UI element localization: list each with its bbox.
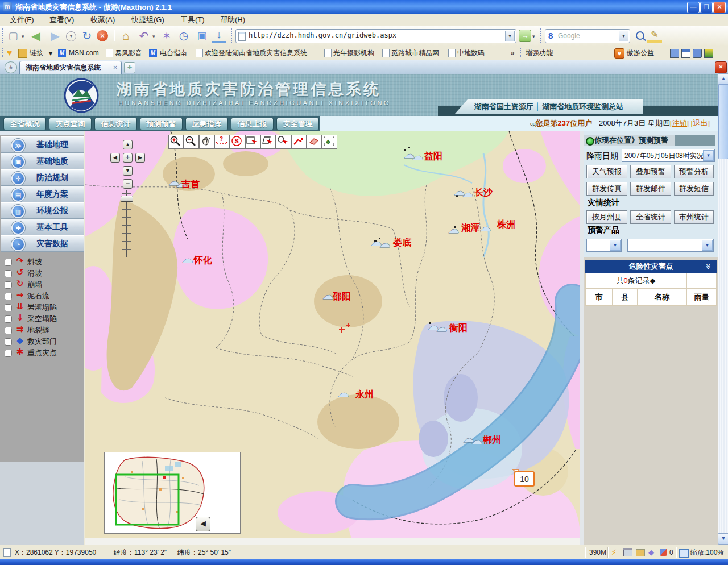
- download-icon[interactable]: ↓: [212, 30, 226, 43]
- map-full-extent-button[interactable]: ♣: [322, 135, 337, 149]
- toolbar-grip[interactable]: [2, 28, 3, 43]
- layer-checkbox-rescue[interactable]: [5, 338, 12, 346]
- map-select-rect-button[interactable]: [245, 135, 260, 149]
- map-scale-button[interactable]: S: [230, 135, 245, 149]
- refresh-icon[interactable]: ↻: [80, 28, 94, 43]
- nav-overview[interactable]: 全省概况: [3, 118, 46, 130]
- map-eraser-button[interactable]: [307, 135, 322, 149]
- scroll-up-icon[interactable]: ▲: [718, 73, 728, 85]
- folder-icon[interactable]: [636, 549, 645, 556]
- address-bar[interactable]: http://dzzh.hndh.gov.cn/gridweb.aspx ▾: [235, 29, 516, 43]
- layer-checkbox-debris-flow[interactable]: [5, 293, 12, 300]
- layer-checkbox-landslide[interactable]: [5, 270, 12, 277]
- maxthon-charity-icon[interactable]: ♥: [614, 48, 624, 59]
- nav-forecast-warning[interactable]: 预测预警: [140, 118, 183, 130]
- product-select-large[interactable]: ▾: [627, 239, 714, 252]
- plugins-grip[interactable]: [520, 48, 521, 58]
- logout-link[interactable]: [注销]: [670, 119, 689, 127]
- status-zoom[interactable]: 缩放:100%: [690, 545, 723, 560]
- highlighter-icon[interactable]: ✎: [647, 30, 662, 43]
- menu-favorites[interactable]: 收藏(A): [85, 14, 120, 26]
- searchbar-grip[interactable]: [540, 28, 541, 43]
- bookmark-baofeng[interactable]: 暴风影音: [115, 46, 142, 60]
- map-canvas[interactable]: ☁ ☁ ☁ ☁ ☁ ☁ ☁ ☁ ☁ ☁ ☁ ☁ ☁ ☁ ☁ ☁ ☁ 吉首: [85, 131, 580, 538]
- stop-icon[interactable]: ✕: [97, 30, 108, 41]
- plugin-icon[interactable]: [681, 49, 690, 58]
- map-zoom-out-button[interactable]: [184, 135, 199, 149]
- danger-points-header[interactable]: 危险性灾害点 ≫: [585, 260, 717, 273]
- close-button[interactable]: ✕: [713, 2, 726, 13]
- tabbar-close-icon[interactable]: ✕: [715, 61, 727, 73]
- pan-right-icon[interactable]: ▶: [135, 153, 145, 163]
- history-dropdown-icon[interactable]: ▾: [66, 31, 76, 41]
- favorites-heart-icon[interactable]: ♥: [7, 46, 13, 60]
- bookmarks-overflow-icon[interactable]: »: [511, 46, 515, 60]
- maximize-button[interactable]: ❐: [700, 2, 713, 13]
- sidebar-btn-base-geography[interactable]: ≫基础地理: [1, 136, 84, 153]
- clock-icon[interactable]: ◷: [176, 28, 191, 43]
- bookmarks-grip[interactable]: [2, 48, 3, 58]
- map-select-polygon-button[interactable]: [260, 135, 276, 149]
- menu-view[interactable]: 查看(V): [44, 14, 79, 26]
- map-pan-button[interactable]: [199, 135, 214, 149]
- collapse-chevrons-icon[interactable]: ≫: [702, 264, 714, 269]
- sidebar-btn-disaster-data[interactable]: ◔灾害数据: [1, 235, 84, 252]
- scroll-down-icon[interactable]: ▼: [718, 533, 728, 545]
- overview-minimap[interactable]: ◀: [104, 452, 241, 534]
- bookmark-guangnian[interactable]: 光年摄影机构: [333, 46, 374, 60]
- nav-info-stats[interactable]: 信息统计: [94, 118, 137, 130]
- address-dropdown-icon[interactable]: ▾: [505, 31, 515, 41]
- flag-marker[interactable]: 10: [513, 470, 534, 486]
- tab-active[interactable]: 湖南省地质灾害信息系统 ✕: [19, 61, 122, 74]
- bulk-fax-button[interactable]: 群发传真: [586, 182, 627, 196]
- enhance-features[interactable]: 增强功能: [526, 46, 553, 60]
- sidebar-btn-base-geology[interactable]: ▣基础地质: [1, 152, 84, 169]
- scrollbar-thumb[interactable]: [718, 84, 728, 159]
- bulk-email-button[interactable]: 群发邮件: [630, 182, 671, 196]
- layer-checkbox-fissure[interactable]: [5, 327, 12, 334]
- map-zoom-in-button[interactable]: [168, 135, 184, 149]
- undo-dropdown-icon[interactable]: ▾: [152, 34, 155, 39]
- product-select-small[interactable]: ▾: [586, 239, 622, 252]
- menu-groups[interactable]: 快捷组(G): [126, 14, 169, 26]
- search-icon[interactable]: [636, 31, 644, 40]
- zoom-dropdown-icon[interactable]: ▾: [721, 545, 724, 560]
- pan-left-icon[interactable]: ◀: [110, 153, 120, 163]
- addressbar-grip[interactable]: [231, 28, 232, 43]
- new-page-dropdown-icon[interactable]: ▾: [22, 34, 24, 39]
- sidebar-btn-annual-scheme[interactable]: ▤年度方案: [1, 185, 84, 202]
- warning-analysis-button[interactable]: 预警分析: [674, 165, 714, 178]
- layer-checkbox-slope[interactable]: [5, 259, 12, 266]
- bookmark-links-folder[interactable]: 链接: [30, 46, 43, 60]
- sidebar-btn-prevention-plan[interactable]: ✛防治规划: [1, 169, 84, 186]
- back-icon[interactable]: ◀: [28, 28, 43, 43]
- zoom-minus-icon[interactable]: −: [123, 179, 133, 189]
- go-button[interactable]: →: [519, 30, 531, 42]
- nav-point-query[interactable]: 灾点查询: [49, 118, 92, 130]
- weather-forecast-button[interactable]: 天气预报: [586, 165, 627, 178]
- bookmark-hunan-geo[interactable]: 欢迎登陆湖南省地质灾害信息系统: [205, 46, 307, 60]
- sidebar-btn-basic-tools[interactable]: ✚基本工具: [1, 218, 84, 235]
- map-measure-button[interactable]: ?: [214, 135, 230, 149]
- bookmark-milu[interactable]: 觅路城市精品网: [391, 46, 439, 60]
- tab-label[interactable]: 湖南省地质灾害信息系统: [20, 64, 101, 72]
- plugin-icon[interactable]: [670, 49, 679, 58]
- forward-icon[interactable]: ▶: [48, 28, 63, 43]
- layer-checkbox-mining[interactable]: [5, 315, 12, 323]
- select-arrow-icon[interactable]: ▾: [610, 240, 621, 251]
- pan-center-icon[interactable]: ✛: [123, 153, 133, 163]
- bookmark-zhongdi[interactable]: 中地数码: [457, 46, 485, 60]
- zoom-slider-thumb[interactable]: [121, 196, 133, 202]
- address-url[interactable]: http://dzzh.hndh.gov.cn/gridweb.aspx: [249, 31, 396, 39]
- new-page-icon[interactable]: ▢: [6, 28, 20, 43]
- tab-close-icon[interactable]: ✕: [113, 61, 118, 74]
- home-icon[interactable]: ⌂: [118, 28, 133, 43]
- rain-date-select[interactable]: 2007年05月05日08时实况 ▾: [622, 149, 715, 162]
- printer-icon[interactable]: [623, 550, 632, 556]
- nav-security[interactable]: 安全管理: [276, 118, 319, 130]
- monthly-county-button[interactable]: 按月州县: [586, 210, 627, 224]
- province-stats-button[interactable]: 全省统计: [630, 210, 671, 224]
- tab-star-icon[interactable]: ★: [5, 61, 17, 73]
- city-stats-button[interactable]: 市州统计: [674, 210, 714, 224]
- map-select-circle-button[interactable]: [276, 135, 291, 149]
